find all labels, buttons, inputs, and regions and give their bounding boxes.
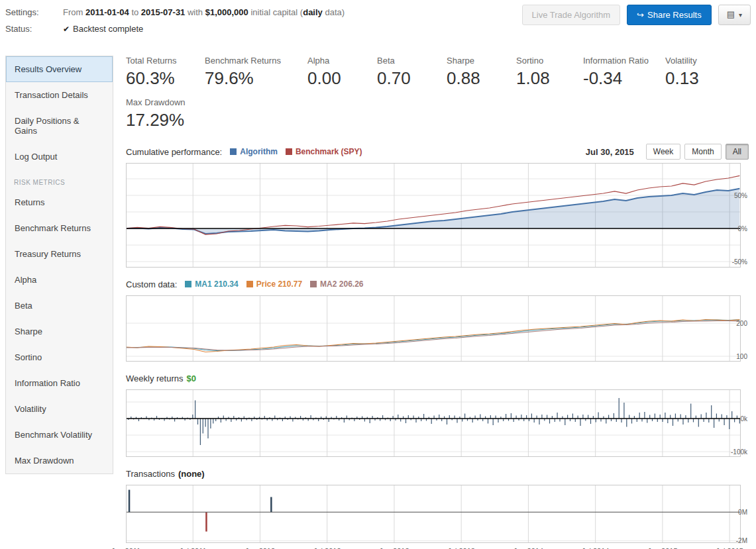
sidebar-item-sortino[interactable]: Sortino <box>6 344 113 370</box>
check-icon: ✔ <box>63 25 70 34</box>
custom-data-title: Custom data: <box>126 279 177 289</box>
status-label: Status: <box>5 24 63 34</box>
cumulative-chart-header: Cumulative performance: Algorithm Benchm… <box>126 144 749 160</box>
custom-data-header: Custom data: MA1 210.34 Price 210.77 MA2… <box>126 276 749 292</box>
svg-text:100: 100 <box>736 353 747 360</box>
cumulative-performance-chart[interactable]: 50%0%-50% <box>126 163 749 268</box>
weekly-returns-title: Weekly returns <box>126 374 183 383</box>
stat-benchmark-returns: Benchmark Returns79.6% <box>205 56 307 89</box>
legend-ma2[interactable]: MA2 206.26 <box>310 279 363 289</box>
stat-total-returns: Total Returns60.3% <box>126 56 205 89</box>
status-row: Status: ✔Backtest complete <box>5 24 751 34</box>
svg-text:200: 200 <box>736 320 747 327</box>
svg-text:0k: 0k <box>740 415 748 423</box>
legend-price-label: Price 210.77 <box>256 279 302 289</box>
sidebar: Results Overview Transaction Details Dai… <box>5 56 113 474</box>
share-results-button[interactable]: ↪Share Results <box>627 5 712 25</box>
range-button-month[interactable]: Month <box>684 144 721 160</box>
sidebar-item-benchmark-volatility[interactable]: Benchmark Volatility <box>6 422 113 448</box>
transactions-chart[interactable]: 0M-2M <box>126 485 749 543</box>
transactions-header: Transactions (none) <box>126 466 749 481</box>
sidebar-section-risk-metrics: RISK METRICS <box>6 170 113 189</box>
sidebar-item-returns[interactable]: Returns <box>6 189 113 215</box>
status-value: ✔Backtest complete <box>63 24 143 34</box>
header-buttons: Live Trade Algorithm ↪Share Results ▤▾ <box>522 5 751 25</box>
share-icon: ↪ <box>637 10 644 20</box>
end-date: 2015-07-31 <box>141 7 186 17</box>
caret-down-icon: ▾ <box>739 11 742 19</box>
sidebar-item-information-ratio[interactable]: Information Ratio <box>6 370 113 396</box>
backtest-results-page: Settings: From 2011-01-04 to 2015-07-31 … <box>0 0 756 549</box>
sidebar-item-transaction-details[interactable]: Transaction Details <box>6 82 113 108</box>
price-swatch <box>246 281 253 287</box>
stat-alpha: Alpha0.00 <box>307 56 377 89</box>
ma1-swatch <box>185 281 191 287</box>
cumulative-chart-title: Cumulative performance: <box>126 147 222 157</box>
stat-beta: Beta0.70 <box>377 56 447 89</box>
sidebar-item-benchmark-returns[interactable]: Benchmark Returns <box>6 215 113 241</box>
sidebar-item-daily-positions[interactable]: Daily Positions & Gains <box>6 108 113 144</box>
menu-button[interactable]: ▤▾ <box>718 5 751 25</box>
stat-volatility: Volatility0.13 <box>665 56 699 89</box>
svg-text:0M: 0M <box>738 509 747 516</box>
current-date-label: Jul 30, 2015 <box>586 147 634 157</box>
custom-data-chart[interactable]: 200100 <box>126 295 749 362</box>
legend-benchmark[interactable]: Benchmark (SPY) <box>286 147 362 156</box>
legend-ma1[interactable]: MA1 210.34 <box>185 279 238 289</box>
header: Settings: From 2011-01-04 to 2015-07-31 … <box>0 0 756 34</box>
stat-information-ratio: Information Ratio-0.34 <box>583 56 665 89</box>
legend-algorithm-label: Algorithm <box>240 147 278 156</box>
legend-price[interactable]: Price 210.77 <box>246 279 302 289</box>
svg-text:0%: 0% <box>738 225 748 232</box>
sidebar-item-results-overview[interactable]: Results Overview <box>6 56 113 82</box>
sidebar-item-beta[interactable]: Beta <box>6 293 113 319</box>
sidebar-item-treasury-returns[interactable]: Treasury Returns <box>6 241 113 267</box>
main-content: Total Returns60.3% Benchmark Returns79.6… <box>126 56 749 549</box>
ma2-swatch <box>310 281 317 287</box>
live-trade-button[interactable]: Live Trade Algorithm <box>522 5 621 25</box>
settings-summary: From 2011-01-04 to 2015-07-31 with $1,00… <box>63 7 345 17</box>
range-button-week[interactable]: Week <box>646 144 680 160</box>
transactions-value: (none) <box>178 469 205 479</box>
x-axis-labels: Jan 2011Jul 2011Jan 2012Jul 2012Jan 2013… <box>126 546 749 549</box>
stats-row-2: Max Drawdown17.29% <box>126 97 749 130</box>
stat-sharpe: Sharpe0.88 <box>447 56 516 89</box>
svg-text:-2M: -2M <box>736 537 747 543</box>
legend-ma2-label: MA2 206.26 <box>320 279 363 289</box>
weekly-returns-value: $0 <box>186 374 195 383</box>
transactions-title: Transactions <box>126 469 175 479</box>
start-date: 2011-01-04 <box>85 7 129 17</box>
sidebar-item-sharpe[interactable]: Sharpe <box>6 319 113 344</box>
weekly-returns-header: Weekly returns $0 <box>126 370 749 386</box>
data-frequency: daily <box>303 7 323 17</box>
svg-text:50%: 50% <box>734 192 747 199</box>
settings-label: Settings: <box>5 7 63 17</box>
legend-algorithm[interactable]: Algorithm <box>230 147 278 156</box>
weekly-returns-chart[interactable]: 0k-100k <box>126 389 749 457</box>
stat-max-drawdown: Max Drawdown17.29% <box>126 97 186 130</box>
legend-benchmark-label: Benchmark (SPY) <box>296 147 362 156</box>
stats-row: Total Returns60.3% Benchmark Returns79.6… <box>126 56 749 89</box>
sidebar-item-max-drawdown[interactable]: Max Drawdown <box>6 448 113 474</box>
benchmark-swatch <box>286 148 292 155</box>
sidebar-item-alpha[interactable]: Alpha <box>6 267 113 293</box>
stat-sortino: Sortino1.08 <box>516 56 583 89</box>
range-button-all[interactable]: All <box>726 144 749 160</box>
svg-text:-50%: -50% <box>732 258 747 266</box>
svg-text:-100k: -100k <box>731 448 748 456</box>
list-icon: ▤ <box>727 9 735 19</box>
sidebar-item-log-output[interactable]: Log Output <box>6 144 113 170</box>
legend-ma1-label: MA1 210.34 <box>195 279 238 289</box>
algorithm-swatch <box>230 148 237 155</box>
sidebar-item-volatility[interactable]: Volatility <box>6 396 113 422</box>
initial-capital: $1,000,000 <box>205 7 248 17</box>
